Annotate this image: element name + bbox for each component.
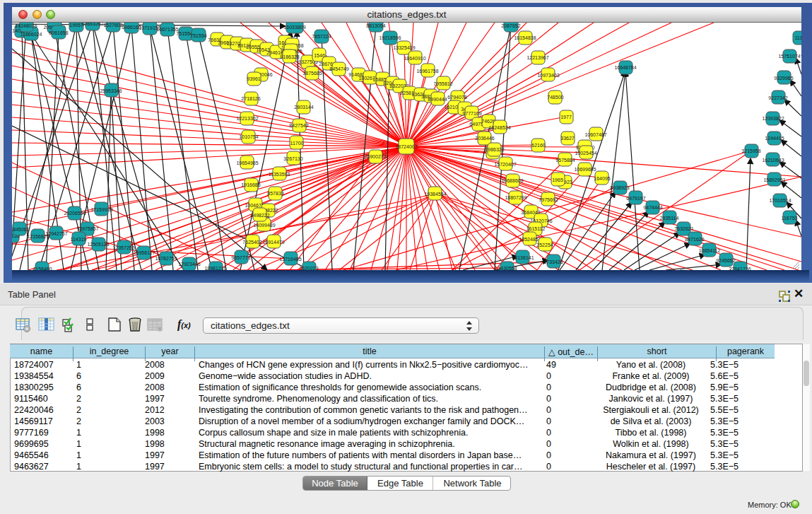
svg-text:1010754: 1010754 [239,134,258,139]
svg-text:748500: 748500 [547,95,563,100]
svg-text:12942757: 12942757 [45,231,67,236]
svg-text:15892951: 15892951 [763,177,785,182]
svg-text:16961758: 16961758 [416,69,438,74]
svg-text:2036446: 2036446 [475,136,494,141]
svg-text:14248078: 14248078 [15,23,37,28]
svg-text:16914479: 16914479 [262,240,284,245]
svg-text:20206556: 20206556 [64,211,86,216]
svg-text:9857771: 9857771 [231,255,250,260]
svg-text:19218596: 19218596 [379,35,401,40]
svg-text:18640910: 18640910 [404,56,425,61]
svg-text:25953346: 25953346 [100,88,122,93]
svg-text:16154838: 16154838 [514,35,536,40]
svg-text:16248534: 16248534 [488,125,510,130]
svg-text:33627: 33627 [560,136,575,141]
svg-text:10973403: 10973403 [537,73,559,78]
svg-text:8471626: 8471626 [685,237,704,242]
svg-text:3215958: 3215958 [741,148,760,153]
svg-text:8427542: 8427542 [289,123,308,128]
svg-text:114319: 114319 [71,237,87,242]
svg-text:7955812: 7955812 [433,81,452,86]
svg-text:11700: 11700 [290,141,304,146]
svg-text:10699695: 10699695 [574,167,596,172]
svg-text:1965: 1965 [552,177,563,182]
svg-text:19654985: 19654985 [236,160,258,165]
svg-text:14099489: 14099489 [253,223,275,228]
svg-text:25900273: 25900273 [364,154,386,159]
svg-text:3875685: 3875685 [302,71,322,76]
svg-text:1546: 1546 [314,53,325,58]
svg-text:8938923: 8938923 [610,185,629,190]
svg-text:18807299: 18807299 [505,195,526,200]
svg-text:7975692: 7975692 [539,197,558,202]
svg-text:93975857: 93975857 [76,226,98,231]
svg-text:9474444: 9474444 [643,205,662,210]
svg-text:9777169: 9777169 [462,111,481,116]
svg-text:12923446: 12923446 [178,262,200,267]
svg-text:16782759: 16782759 [155,256,177,261]
svg-text:2718126: 2718126 [241,96,260,101]
svg-text:857833: 857833 [267,191,283,196]
svg-text:6061658: 6061658 [49,30,68,35]
svg-text:13524851: 13524851 [519,237,541,242]
svg-text:10607487: 10607487 [584,132,606,137]
svg-text:1916685: 1916685 [241,182,260,187]
svg-text:18724007: 18724007 [395,144,417,149]
svg-text:17016514: 17016514 [769,198,791,203]
svg-text:12213967: 12213967 [526,55,548,60]
svg-text:7632621: 7632621 [674,226,693,231]
svg-text:16033809: 16033809 [283,25,305,30]
svg-text:3267130: 3267130 [283,156,302,161]
svg-text:2935114: 2935114 [660,216,679,221]
svg-text:4498222: 4498222 [250,213,269,218]
svg-text:8454749: 8454749 [329,66,348,71]
svg-text:16210643: 16210643 [762,158,784,163]
svg-text:10025454: 10025454 [575,151,596,156]
svg-text:2803144: 2803144 [294,105,313,110]
svg-text:116753: 116753 [782,216,798,221]
svg-text:9245652: 9245652 [716,258,735,263]
svg-text:1615112: 1615112 [526,226,546,231]
svg-text:17357255: 17357255 [112,245,134,250]
svg-text:16671355: 16671355 [156,27,178,32]
svg-text:6794078: 6794078 [447,95,466,100]
svg-text:12213302: 12213302 [236,116,258,121]
svg-text:14136141: 14136141 [512,255,534,260]
svg-text:8990444: 8990444 [428,97,447,102]
svg-text:1977: 1977 [560,115,572,119]
svg-text:12505135: 12505135 [87,242,109,247]
svg-text:751554: 751554 [190,33,206,38]
svg-text:17159938: 17159938 [90,207,112,212]
svg-text:1112: 1112 [795,35,801,40]
svg-text:9227342: 9227342 [768,95,787,100]
svg-text:8813054: 8813054 [366,23,385,28]
svg-text:93961: 93961 [247,76,261,81]
svg-text:7857224: 7857224 [312,34,331,39]
svg-text:1244415: 1244415 [765,136,784,141]
svg-text:1527602: 1527602 [103,23,122,28]
svg-text:16958117: 16958117 [134,250,155,255]
svg-text:8186328: 8186328 [280,54,299,59]
svg-text:13716485: 13716485 [279,257,301,262]
svg-text:1845061: 1845061 [12,227,30,232]
svg-text:62160: 62160 [531,143,546,148]
svg-text:1733426: 1733426 [543,259,563,264]
svg-text:13325419: 13325419 [393,45,415,50]
svg-text:9575884: 9575884 [555,158,575,163]
svg-text:12093822: 12093822 [762,116,784,121]
svg-text:10688609: 10688609 [501,178,523,183]
svg-text:9329965: 9329965 [774,76,793,81]
svg-text:16648784: 16648784 [614,65,636,70]
svg-text:19384554: 19384554 [424,192,446,197]
svg-text:15720407: 15720407 [494,162,516,167]
svg-text:10654112: 10654112 [699,248,721,253]
svg-text:10853267: 10853267 [81,23,103,26]
svg-text:15751074: 15751074 [778,54,800,59]
svg-text:6479197: 6479197 [626,196,645,201]
svg-text:252254: 252254 [536,243,553,247]
svg-text:2087652: 2087652 [501,23,520,28]
svg-text:11866024: 11866024 [20,32,42,37]
svg-text:2986322: 2986322 [485,147,504,152]
svg-text:7625402: 7625402 [242,240,261,245]
svg-text:164095: 164095 [594,176,610,181]
